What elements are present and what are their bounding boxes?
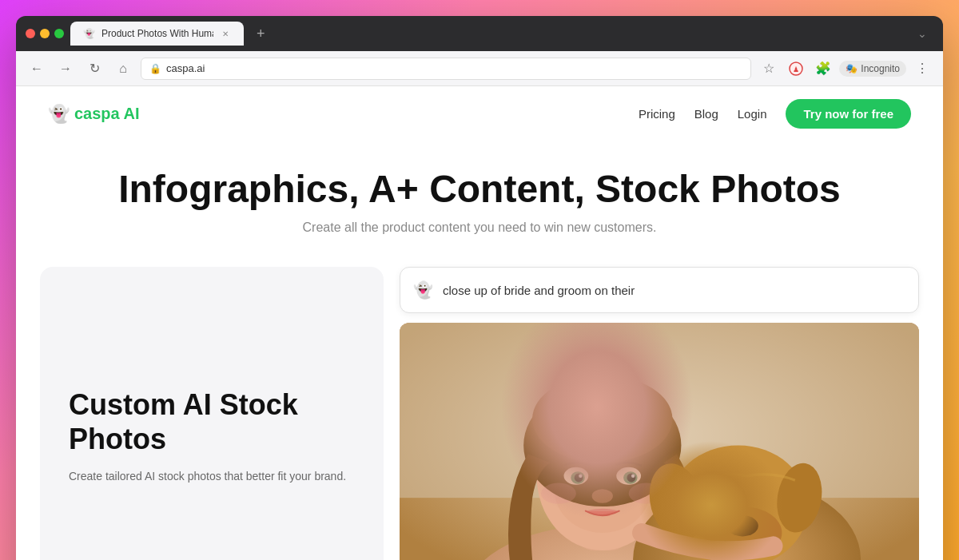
home-button[interactable]: ⌂ (112, 58, 134, 80)
refresh-button[interactable]: ↻ (83, 58, 105, 80)
tab-close-icon[interactable]: ✕ (220, 28, 231, 39)
window-controls (26, 29, 64, 38)
panel-description: Create tailored AI stock photos that bet… (69, 470, 355, 483)
incognito-icon: 🎭 (846, 63, 858, 74)
prompt-box: 👻 close up of bride and groom on their (400, 267, 919, 313)
close-window-button[interactable] (26, 29, 35, 38)
browser-menu-button[interactable]: ⋮ (911, 58, 933, 80)
browser-toolbar: ← → ↻ ⌂ 🔒 caspa.ai ☆ ♟ 🧩 🎭 Incognito ⋮ (16, 51, 943, 86)
address-bar[interactable]: 🔒 caspa.ai (141, 58, 751, 80)
logo[interactable]: 👻 caspa AI (48, 104, 140, 125)
navbar: 👻 caspa AI Pricing Blog Login Try now fo… (16, 86, 943, 141)
bookmark-button[interactable]: ☆ (758, 58, 780, 80)
main-content-area: Custom AI Stock Photos Create tailored A… (16, 251, 943, 560)
try-now-button[interactable]: Try now for free (786, 99, 911, 129)
nav-item-pricing[interactable]: Pricing (639, 107, 675, 121)
woman-dog-scene (400, 323, 919, 560)
hero-title: Infographics, A+ Content, Stock Photos (48, 167, 911, 211)
address-text: caspa.ai (166, 62, 205, 74)
forward-button[interactable]: → (54, 58, 77, 80)
hero-subtitle: Create all the product content you need … (48, 220, 911, 235)
maximize-window-button[interactable] (54, 29, 64, 38)
tab-favicon: 👻 (83, 28, 95, 39)
browser-titlebar: 👻 Product Photos With Huma... ✕ + ⌄ (16, 16, 943, 51)
page-content: 👻 caspa AI Pricing Blog Login Try now fo… (16, 86, 943, 560)
nav-item-login[interactable]: Login (738, 107, 767, 121)
browser-window: 👻 Product Photos With Huma... ✕ + ⌄ ← → … (16, 16, 943, 560)
collapse-icon[interactable]: ⌄ (917, 27, 933, 40)
prompt-text-display: close up of bride and groom on their (443, 284, 635, 297)
logo-text: caspa AI (74, 105, 140, 123)
panel-title: Custom AI Stock Photos (69, 387, 355, 456)
active-browser-tab[interactable]: 👻 Product Photos With Huma... ✕ (70, 22, 244, 46)
nav-links: Pricing Blog Login Try now for free (639, 99, 911, 129)
lock-icon: 🔒 (149, 63, 161, 74)
left-feature-panel: Custom AI Stock Photos Create tailored A… (40, 267, 384, 560)
profile-button[interactable]: ♟ (785, 58, 807, 80)
nav-item-blog[interactable]: Blog (694, 107, 718, 121)
toolbar-right: ☆ ♟ 🧩 🎭 Incognito ⋮ (758, 58, 933, 80)
scene-overlay (400, 323, 919, 560)
incognito-label: Incognito (861, 63, 900, 74)
back-button[interactable]: ← (26, 58, 48, 80)
svg-text:♟: ♟ (793, 66, 799, 73)
logo-icon: 👻 (48, 104, 70, 125)
tab-title: Product Photos With Huma... (101, 28, 213, 39)
minimize-window-button[interactable] (40, 29, 50, 38)
extensions-button[interactable]: 🧩 (812, 58, 834, 80)
new-tab-button[interactable]: + (257, 26, 265, 42)
right-demo-panel: 👻 close up of bride and groom on their (400, 267, 919, 560)
generated-image (400, 323, 919, 560)
incognito-badge: 🎭 Incognito (839, 61, 906, 77)
hero-section: Infographics, A+ Content, Stock Photos C… (16, 141, 943, 251)
caspa-ghost-icon: 👻 (413, 280, 433, 300)
